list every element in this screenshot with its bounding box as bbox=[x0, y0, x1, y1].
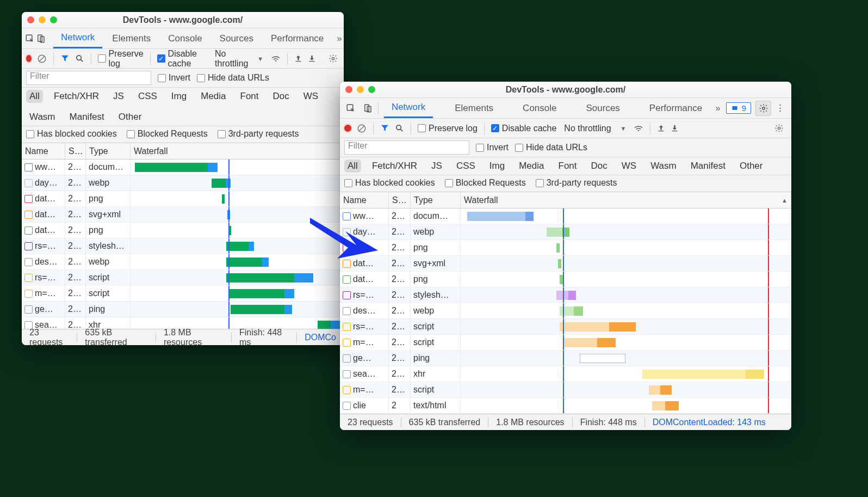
type-css[interactable]: CSS bbox=[135, 90, 160, 103]
col-name[interactable]: Name bbox=[340, 192, 389, 208]
type-manifest[interactable]: Manifest bbox=[687, 159, 729, 173]
panel-settings-icon[interactable] bbox=[327, 51, 339, 66]
type-ws[interactable]: WS bbox=[300, 90, 321, 103]
disable-cache-checkbox[interactable]: ✓Disable cache bbox=[157, 49, 207, 69]
type-wasm[interactable]: Wasm bbox=[647, 159, 680, 173]
search-icon[interactable] bbox=[395, 124, 404, 133]
wifi-icon[interactable] bbox=[634, 125, 643, 132]
issues-badge[interactable]: 9 bbox=[726, 102, 751, 114]
type-media[interactable]: Media bbox=[516, 159, 547, 173]
type-doc[interactable]: Doc bbox=[270, 90, 293, 103]
request-row[interactable]: dat…2…png bbox=[22, 223, 344, 238]
has-blocked-cookies-checkbox[interactable]: Has blocked cookies bbox=[26, 129, 117, 139]
traffic-lights[interactable] bbox=[345, 86, 375, 93]
request-row[interactable]: dat…2…png bbox=[340, 272, 791, 287]
request-row[interactable]: clie2text/html bbox=[340, 398, 791, 414]
request-row[interactable]: dat…2…svg+xml bbox=[340, 256, 791, 272]
col-status[interactable]: S… bbox=[389, 192, 411, 208]
request-row[interactable]: dat…2…svg+xml bbox=[22, 207, 344, 223]
type-fetchxhr[interactable]: Fetch/XHR bbox=[369, 159, 420, 173]
tab-sources[interactable]: Sources bbox=[578, 98, 627, 118]
col-waterfall[interactable]: Waterfall bbox=[131, 143, 344, 159]
traffic-lights[interactable] bbox=[27, 16, 57, 23]
search-icon[interactable] bbox=[75, 54, 84, 63]
tab-elements[interactable]: Elements bbox=[104, 28, 158, 48]
more-tabs-icon[interactable]: » bbox=[332, 33, 344, 44]
request-row[interactable]: ge…2…ping bbox=[22, 302, 344, 317]
type-all[interactable]: All bbox=[344, 159, 361, 173]
minimize-dot[interactable] bbox=[39, 16, 46, 23]
type-wasm[interactable]: Wasm bbox=[26, 111, 59, 124]
throttling-select[interactable]: No throttling ▼ bbox=[562, 124, 628, 133]
type-all[interactable]: All bbox=[26, 90, 43, 103]
third-party-checkbox[interactable]: 3rd-party requests bbox=[536, 178, 617, 188]
device-icon[interactable] bbox=[36, 30, 46, 47]
tab-network[interactable]: Network bbox=[53, 28, 102, 48]
inspect-icon[interactable] bbox=[343, 100, 359, 116]
close-dot[interactable] bbox=[345, 86, 352, 93]
col-status[interactable]: S… bbox=[65, 143, 86, 159]
blocked-requests-checkbox[interactable]: Blocked Requests bbox=[445, 178, 526, 188]
record-button[interactable] bbox=[344, 125, 351, 132]
type-font[interactable]: Font bbox=[237, 90, 262, 103]
type-media[interactable]: Media bbox=[197, 90, 229, 103]
type-other[interactable]: Other bbox=[736, 159, 766, 173]
blocked-requests-checkbox[interactable]: Blocked Requests bbox=[127, 129, 208, 139]
settings-icon[interactable] bbox=[755, 101, 771, 116]
col-waterfall[interactable]: Waterfall▲ bbox=[461, 192, 791, 208]
download-icon[interactable] bbox=[308, 54, 316, 63]
type-doc[interactable]: Doc bbox=[588, 159, 611, 173]
clear-icon[interactable] bbox=[357, 124, 367, 133]
request-row[interactable]: day…2…webp bbox=[22, 175, 344, 191]
upload-icon[interactable] bbox=[294, 54, 302, 63]
type-other[interactable]: Other bbox=[115, 111, 145, 124]
device-icon[interactable] bbox=[360, 100, 376, 116]
type-font[interactable]: Font bbox=[555, 159, 580, 173]
third-party-checkbox[interactable]: 3rd-party requests bbox=[218, 129, 299, 139]
col-type[interactable]: Type bbox=[86, 143, 131, 159]
invert-checkbox[interactable]: Invert bbox=[158, 73, 190, 83]
request-row[interactable]: sea…2…xhr bbox=[22, 317, 344, 329]
tab-sources[interactable]: Sources bbox=[212, 28, 261, 48]
type-fetchxhr[interactable]: Fetch/XHR bbox=[51, 90, 102, 103]
request-row[interactable]: m=…2…script bbox=[340, 335, 791, 351]
record-button[interactable] bbox=[26, 55, 32, 62]
request-row[interactable]: m=…2…script bbox=[22, 286, 344, 302]
clear-icon[interactable] bbox=[37, 54, 47, 64]
inspect-icon[interactable] bbox=[25, 30, 35, 47]
request-row[interactable]: sea…2…xhr bbox=[340, 366, 791, 382]
zoom-dot[interactable] bbox=[50, 16, 57, 23]
filter-icon[interactable] bbox=[60, 54, 70, 63]
type-manifest[interactable]: Manifest bbox=[66, 111, 108, 124]
request-row[interactable]: dat…2…png bbox=[22, 191, 344, 207]
close-dot[interactable] bbox=[27, 16, 34, 23]
type-js[interactable]: JS bbox=[428, 159, 445, 173]
kebab-icon[interactable]: ⋮ bbox=[772, 102, 788, 114]
tab-performance[interactable]: Performance bbox=[263, 28, 331, 48]
download-icon[interactable] bbox=[671, 124, 679, 132]
request-row[interactable]: rs=…2…stylesh… bbox=[340, 287, 791, 303]
preserve-log-checkbox[interactable]: Preserve log bbox=[418, 124, 478, 133]
hide-data-urls-checkbox[interactable]: Hide data URLs bbox=[197, 73, 269, 83]
preserve-log-checkbox[interactable]: Preserve log bbox=[98, 49, 144, 69]
minimize-dot[interactable] bbox=[357, 86, 364, 93]
invert-checkbox[interactable]: Invert bbox=[476, 143, 509, 152]
type-ws[interactable]: WS bbox=[618, 159, 640, 173]
tab-network[interactable]: Network bbox=[384, 98, 433, 118]
type-img[interactable]: Img bbox=[168, 90, 190, 103]
request-row[interactable]: rs=…2…script bbox=[22, 270, 344, 286]
request-row[interactable]: rs=…2…stylesh… bbox=[22, 238, 344, 254]
request-row[interactable]: dat…2…png bbox=[340, 240, 791, 256]
filter-input[interactable]: Filter bbox=[344, 140, 469, 155]
has-blocked-cookies-checkbox[interactable]: Has blocked cookies bbox=[344, 178, 435, 188]
more-tabs-icon[interactable]: » bbox=[711, 103, 724, 114]
filter-input[interactable]: Filter bbox=[26, 71, 151, 85]
request-row[interactable]: rs=…2…script bbox=[340, 319, 791, 335]
zoom-dot[interactable] bbox=[368, 86, 375, 93]
throttling-select[interactable]: No throttling ▼ bbox=[213, 49, 265, 69]
tab-elements[interactable]: Elements bbox=[447, 98, 501, 118]
type-css[interactable]: CSS bbox=[453, 159, 479, 173]
upload-icon[interactable] bbox=[657, 124, 665, 132]
disable-cache-checkbox[interactable]: ✓Disable cache bbox=[491, 124, 557, 133]
panel-settings-icon[interactable] bbox=[771, 121, 787, 136]
